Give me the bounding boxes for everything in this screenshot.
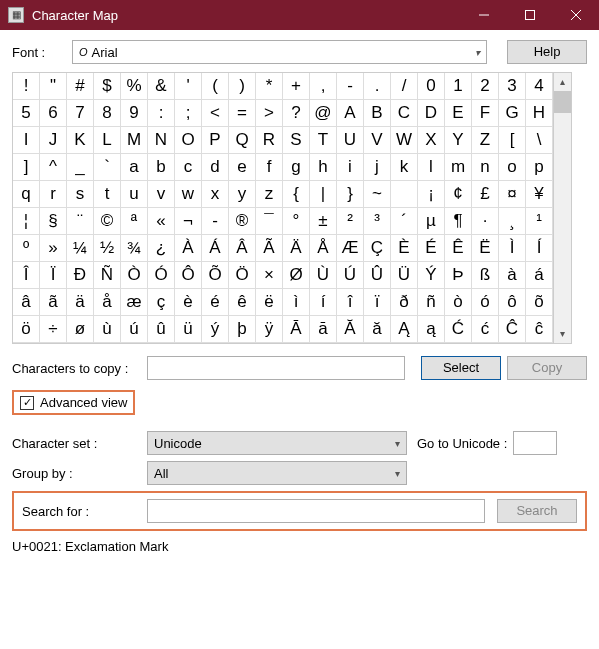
char-cell[interactable]: É bbox=[418, 235, 445, 262]
char-cell[interactable]: ' bbox=[175, 73, 202, 100]
char-cell[interactable]: ° bbox=[283, 208, 310, 235]
char-cell[interactable]: « bbox=[148, 208, 175, 235]
char-cell[interactable]: î bbox=[337, 289, 364, 316]
char-cell[interactable]: Ê bbox=[445, 235, 472, 262]
char-cell[interactable]: 2 bbox=[472, 73, 499, 100]
char-cell[interactable]: i bbox=[337, 154, 364, 181]
maximize-button[interactable] bbox=[507, 0, 553, 30]
char-cell[interactable]: ñ bbox=[418, 289, 445, 316]
char-cell[interactable]: ® bbox=[229, 208, 256, 235]
char-cell[interactable]: ) bbox=[229, 73, 256, 100]
char-cell[interactable]: Ì bbox=[499, 235, 526, 262]
char-cell[interactable]: û bbox=[148, 316, 175, 343]
char-cell[interactable]: ï bbox=[364, 289, 391, 316]
char-cell[interactable]: O bbox=[175, 127, 202, 154]
char-cell[interactable]: ø bbox=[67, 316, 94, 343]
char-cell[interactable]: ´ bbox=[391, 208, 418, 235]
char-cell[interactable]: p bbox=[526, 154, 553, 181]
char-cell[interactable]: 4 bbox=[526, 73, 553, 100]
char-cell[interactable]: C bbox=[391, 100, 418, 127]
advanced-view-checkbox[interactable]: ✓ bbox=[20, 396, 34, 410]
char-cell[interactable]: í bbox=[310, 289, 337, 316]
char-cell[interactable]: Ü bbox=[391, 262, 418, 289]
char-cell[interactable]: e bbox=[229, 154, 256, 181]
char-cell[interactable]: % bbox=[121, 73, 148, 100]
char-cell[interactable]: ò bbox=[445, 289, 472, 316]
char-cell[interactable]: ¾ bbox=[121, 235, 148, 262]
char-cell[interactable]: ¯ bbox=[256, 208, 283, 235]
char-cell[interactable]: ! bbox=[13, 73, 40, 100]
char-cell[interactable]: © bbox=[94, 208, 121, 235]
char-cell[interactable]: U bbox=[337, 127, 364, 154]
char-cell[interactable]: ì bbox=[283, 289, 310, 316]
char-cell[interactable]: [ bbox=[499, 127, 526, 154]
char-cell[interactable]: a bbox=[121, 154, 148, 181]
select-button[interactable]: Select bbox=[421, 356, 501, 380]
char-cell[interactable]: ( bbox=[202, 73, 229, 100]
char-cell[interactable]: o bbox=[499, 154, 526, 181]
char-cell[interactable]: õ bbox=[526, 289, 553, 316]
char-cell[interactable]: Ô bbox=[175, 262, 202, 289]
char-cell[interactable]: ¢ bbox=[445, 181, 472, 208]
char-cell[interactable]: W bbox=[391, 127, 418, 154]
char-cell[interactable]: k bbox=[391, 154, 418, 181]
char-cell[interactable]: ¦ bbox=[13, 208, 40, 235]
scroll-down-button[interactable]: ▾ bbox=[554, 325, 571, 343]
char-cell[interactable]: y bbox=[229, 181, 256, 208]
char-cell[interactable]: / bbox=[391, 73, 418, 100]
char-cell[interactable]: ā bbox=[310, 316, 337, 343]
char-cell[interactable]: ¬ bbox=[175, 208, 202, 235]
char-cell[interactable]: $ bbox=[94, 73, 121, 100]
char-cell[interactable]: ? bbox=[283, 100, 310, 127]
char-cell[interactable]: h bbox=[310, 154, 337, 181]
char-cell[interactable]: A bbox=[337, 100, 364, 127]
char-cell[interactable]: z bbox=[256, 181, 283, 208]
char-cell[interactable]: f bbox=[256, 154, 283, 181]
char-cell[interactable]: . bbox=[364, 73, 391, 100]
char-cell[interactable]: 0 bbox=[418, 73, 445, 100]
char-cell[interactable]: s bbox=[67, 181, 94, 208]
char-cell[interactable]: × bbox=[256, 262, 283, 289]
char-cell[interactable]: d bbox=[202, 154, 229, 181]
char-cell[interactable]: ý bbox=[202, 316, 229, 343]
char-cell[interactable]: } bbox=[337, 181, 364, 208]
char-cell[interactable]: Í bbox=[526, 235, 553, 262]
char-cell[interactable]: Ë bbox=[472, 235, 499, 262]
char-cell[interactable]: t bbox=[94, 181, 121, 208]
char-cell[interactable]: ± bbox=[310, 208, 337, 235]
char-cell[interactable]: ö bbox=[13, 316, 40, 343]
char-cell[interactable]: ] bbox=[13, 154, 40, 181]
char-cell[interactable]: ú bbox=[121, 316, 148, 343]
char-cell[interactable]: v bbox=[148, 181, 175, 208]
char-cell[interactable] bbox=[391, 181, 418, 208]
char-cell[interactable]: ¥ bbox=[526, 181, 553, 208]
char-cell[interactable]: ü bbox=[175, 316, 202, 343]
char-cell[interactable]: · bbox=[472, 208, 499, 235]
char-cell[interactable]: ¨ bbox=[67, 208, 94, 235]
char-cell[interactable]: ĉ bbox=[526, 316, 553, 343]
char-cell[interactable]: ô bbox=[499, 289, 526, 316]
char-cell[interactable]: m bbox=[445, 154, 472, 181]
goto-unicode-input[interactable] bbox=[513, 431, 557, 455]
char-cell[interactable]: Q bbox=[229, 127, 256, 154]
char-cell[interactable]: Ć bbox=[445, 316, 472, 343]
char-cell[interactable]: K bbox=[67, 127, 94, 154]
char-cell[interactable]: å bbox=[94, 289, 121, 316]
char-cell[interactable]: º bbox=[13, 235, 40, 262]
scroll-thumb[interactable] bbox=[554, 91, 571, 113]
char-cell[interactable]: 8 bbox=[94, 100, 121, 127]
char-cell[interactable]: Ø bbox=[283, 262, 310, 289]
char-cell[interactable]: â bbox=[13, 289, 40, 316]
char-cell[interactable]: ç bbox=[148, 289, 175, 316]
search-button[interactable]: Search bbox=[497, 499, 577, 523]
char-cell[interactable]: b bbox=[148, 154, 175, 181]
char-cell[interactable]: x bbox=[202, 181, 229, 208]
char-cell[interactable]: á bbox=[526, 262, 553, 289]
groupby-select[interactable]: All ▾ bbox=[147, 461, 407, 485]
char-cell[interactable]: ą bbox=[418, 316, 445, 343]
char-cell[interactable]: ã bbox=[40, 289, 67, 316]
char-cell[interactable]: ¹ bbox=[526, 208, 553, 235]
char-cell[interactable]: ² bbox=[337, 208, 364, 235]
char-cell[interactable]: Ó bbox=[148, 262, 175, 289]
char-cell[interactable]: G bbox=[499, 100, 526, 127]
